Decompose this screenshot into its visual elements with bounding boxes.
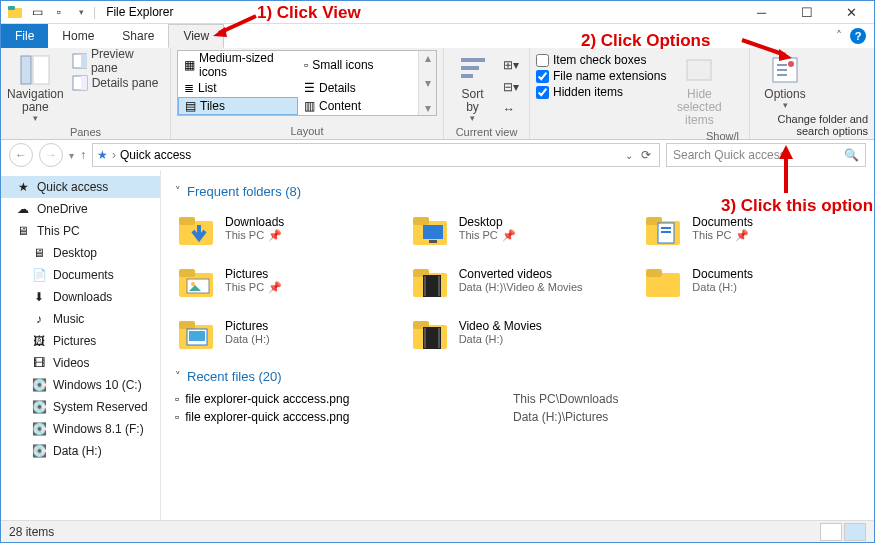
sidebar-item-desktop[interactable]: 🖥Desktop [1, 242, 160, 264]
sidebar-item-windows-10-c-[interactable]: 💽Windows 10 (C:) [1, 374, 160, 396]
svg-rect-36 [438, 276, 440, 296]
layout-small-icons[interactable]: ▫Small icons [298, 51, 418, 79]
vid-icon: 🎞 [31, 355, 47, 371]
add-columns-button[interactable]: ⊟▾ [499, 76, 523, 98]
svg-rect-40 [179, 321, 195, 329]
svg-point-31 [191, 282, 195, 286]
sidebar-item-windows-8-1-f-[interactable]: 💽Windows 8.1 (F:) [1, 418, 160, 440]
tab-home[interactable]: Home [48, 24, 108, 48]
svg-rect-38 [646, 269, 662, 277]
status-item-count: 28 items [9, 525, 54, 539]
options-button[interactable]: Options▾ [756, 50, 814, 111]
recent-file-row[interactable]: ▫file explorer-quick acccess.pngData (H:… [175, 410, 860, 424]
sidebar-item-pictures[interactable]: 🖼Pictures [1, 330, 160, 352]
minimize-button[interactable]: ─ [739, 1, 784, 23]
recent-files-header[interactable]: Recent files (20) [175, 369, 860, 384]
svg-rect-7 [81, 76, 87, 90]
recent-file-row[interactable]: ▫file explorer-quick acccess.pngThis PC\… [175, 392, 860, 406]
folder-tile[interactable]: DocumentsThis PC 📌 [642, 207, 860, 249]
sidebar-item-onedrive[interactable]: ☁OneDrive [1, 198, 160, 220]
svg-rect-2 [21, 56, 31, 84]
large-icons-view-button[interactable] [844, 523, 866, 541]
folder-tile[interactable]: DesktopThis PC 📌 [409, 207, 627, 249]
folder-tile[interactable]: Converted videosData (H:)\Video & Movies [409, 259, 627, 301]
tab-share[interactable]: Share [108, 24, 168, 48]
folder-tile[interactable]: Video & MoviesData (H:) [409, 311, 627, 353]
breadcrumb[interactable]: Quick access [120, 148, 191, 162]
maximize-button[interactable]: ☐ [784, 1, 829, 23]
group-label-panes: Panes [7, 124, 164, 140]
svg-rect-46 [424, 328, 426, 348]
navigation-pane-button[interactable]: Navigation pane ▾ [7, 50, 64, 124]
folder-icon [409, 311, 451, 353]
file-icon: ▫ [175, 410, 179, 424]
folder-tile[interactable]: DocumentsData (H:) [642, 259, 860, 301]
preview-pane-button[interactable]: Preview pane [68, 50, 164, 72]
group-by-button[interactable]: ⊞▾ [499, 54, 523, 76]
file-name-extensions-checkbox[interactable]: File name extensions [536, 68, 666, 84]
sidebar-item-documents[interactable]: 📄Documents [1, 264, 160, 286]
sidebar-item-quick-access[interactable]: ★Quick access [1, 176, 160, 198]
status-bar: 28 items [1, 520, 874, 542]
svg-rect-11 [687, 60, 711, 80]
drive-icon: 💽 [31, 399, 47, 415]
layout-gallery[interactable]: ▦Medium-sized icons ▫Small icons ≣List ☰… [177, 50, 437, 116]
navigation-tree[interactable]: ★Quick access☁OneDrive🖥This PC🖥Desktop📄D… [1, 170, 161, 523]
folder-tile[interactable]: PicturesThis PC 📌 [175, 259, 393, 301]
svg-rect-21 [423, 225, 443, 239]
tab-view[interactable]: View [168, 24, 224, 48]
tab-file[interactable]: File [1, 24, 48, 48]
sidebar-item-system-reserved[interactable]: 💽System Reserved [1, 396, 160, 418]
svg-rect-35 [424, 276, 426, 296]
svg-rect-16 [777, 74, 787, 76]
hidden-items-checkbox[interactable]: Hidden items [536, 84, 666, 100]
layout-details[interactable]: ☰Details [298, 79, 418, 97]
app-icon [5, 2, 25, 22]
folder-tile[interactable]: PicturesData (H:) [175, 311, 393, 353]
recent-locations-icon[interactable]: ▾ [69, 150, 74, 161]
change-folder-search-options[interactable]: Change folder and search options [756, 111, 868, 139]
layout-tiles[interactable]: ▤Tiles [178, 97, 298, 115]
layout-scroll[interactable]: ▴▾▾ [418, 51, 436, 115]
sidebar-item-this-pc[interactable]: 🖥This PC [1, 220, 160, 242]
group-label-layout: Layout [177, 123, 437, 139]
sidebar-item-data-h-[interactable]: 💽Data (H:) [1, 440, 160, 462]
hide-selected-items-button[interactable]: Hide selected items [670, 50, 728, 128]
help-icon[interactable]: ? [850, 28, 866, 44]
frequent-folders-header[interactable]: Frequent folders (8) [175, 184, 860, 199]
refresh-icon[interactable]: ⟳ [637, 148, 655, 162]
address-field[interactable]: ★ › Quick access ⌄ ⟳ [92, 143, 660, 167]
sidebar-item-downloads[interactable]: ⬇Downloads [1, 286, 160, 308]
group-label-current-view: Current view [450, 124, 523, 140]
address-dropdown-icon[interactable]: ⌄ [625, 150, 633, 161]
close-button[interactable]: ✕ [829, 1, 874, 23]
qat-properties-icon[interactable]: ▭ [27, 2, 47, 22]
drive-icon: 💽 [31, 421, 47, 437]
folder-tile[interactable]: DownloadsThis PC 📌 [175, 207, 393, 249]
sidebar-item-videos[interactable]: 🎞Videos [1, 352, 160, 374]
svg-rect-9 [461, 66, 479, 70]
forward-button[interactable]: → [39, 143, 63, 167]
back-button[interactable]: ← [9, 143, 33, 167]
ribbon-tabs: File Home Share View ˄ ? [1, 24, 874, 48]
details-pane-button[interactable]: Details pane [68, 72, 164, 94]
svg-rect-20 [413, 217, 429, 225]
layout-content[interactable]: ▥Content [298, 97, 418, 115]
layout-list[interactable]: ≣List [178, 79, 298, 97]
qat-newfolder-icon[interactable]: ▫ [49, 2, 69, 22]
svg-rect-1 [8, 6, 15, 10]
sort-by-button[interactable]: Sort by▾ [450, 50, 495, 124]
svg-rect-18 [179, 217, 195, 225]
qat-dropdown-icon[interactable]: ▾ [71, 2, 91, 22]
desktop-icon: 🖥 [31, 245, 47, 261]
layout-medium-icons[interactable]: ▦Medium-sized icons [178, 51, 298, 79]
title-bar: ▭ ▫ ▾ | File Explorer ─ ☐ ✕ [1, 1, 874, 24]
svg-rect-27 [661, 231, 671, 233]
ribbon-collapse-icon[interactable]: ˄ [836, 29, 842, 43]
up-button[interactable]: ↑ [80, 148, 86, 162]
search-input[interactable]: Search Quick access 🔍 [666, 143, 866, 167]
details-view-button[interactable] [820, 523, 842, 541]
item-check-boxes-checkbox[interactable]: Item check boxes [536, 52, 666, 68]
size-columns-button[interactable]: ↔ [499, 98, 523, 120]
sidebar-item-music[interactable]: ♪Music [1, 308, 160, 330]
